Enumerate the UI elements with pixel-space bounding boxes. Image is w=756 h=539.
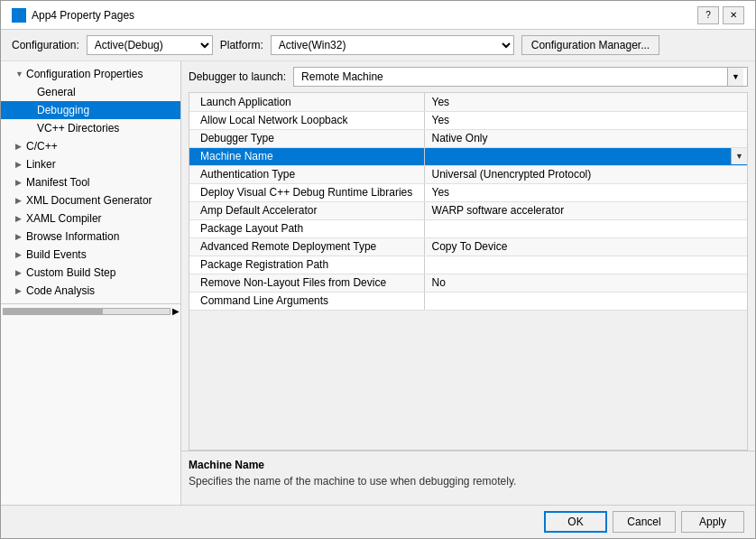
platform-select[interactable]: Active(Win32) xyxy=(271,35,514,55)
sidebar-item-browse-info[interactable]: ▶ Browse Information xyxy=(1,228,180,246)
table-row[interactable]: Remove Non-Layout Files from Device No xyxy=(189,274,747,292)
table-row-selected[interactable]: Machine Name ▼ xyxy=(189,147,747,165)
table-row[interactable]: Debugger Type Native Only xyxy=(189,129,747,147)
sidebar-item-label: Build Events xyxy=(26,248,87,261)
property-name: Amp Default Accelerator xyxy=(189,201,424,219)
sidebar-item-debugging[interactable]: Debugging xyxy=(1,101,180,119)
sidebar-item-cpp[interactable]: ▶ C/C++ xyxy=(1,137,180,155)
sidebar-item-label: General xyxy=(37,86,76,98)
configuration-select[interactable]: Active(Debug) xyxy=(87,35,213,55)
sidebar-item-label: VC++ Directories xyxy=(37,122,119,135)
right-panel: Debugger to launch: Remote Machine ▼ Lau… xyxy=(181,61,755,505)
sidebar-scrollbar[interactable]: ▶ xyxy=(1,303,181,318)
platform-label: Platform: xyxy=(220,39,263,51)
description-title: Machine Name xyxy=(189,459,748,471)
expand-icon: ▶ xyxy=(15,286,24,295)
expand-icon: ▶ xyxy=(15,142,24,151)
scroll-track xyxy=(3,308,171,315)
apply-button[interactable]: Apply xyxy=(681,511,744,533)
sidebar-item-xml-doc[interactable]: ▶ XML Document Generator xyxy=(1,191,180,209)
bottom-bar: OK Cancel Apply xyxy=(1,505,755,538)
expand-spacer xyxy=(26,106,35,115)
title-bar-controls: ? ✕ xyxy=(697,6,744,24)
table-row[interactable]: Deploy Visual C++ Debug Runtime Librarie… xyxy=(189,183,747,201)
sidebar-item-general[interactable]: General xyxy=(1,83,180,101)
cell-dropdown-btn[interactable]: ▼ xyxy=(731,148,747,164)
title-bar-left: App4 Property Pages xyxy=(12,8,134,23)
property-value: No xyxy=(424,274,747,292)
sidebar-item-label: Browse Information xyxy=(26,230,119,243)
expand-spacer xyxy=(26,88,35,97)
table-row[interactable]: Advanced Remote Deployment Type Copy To … xyxy=(189,237,747,256)
description-text: Specifies the name of the machine to use… xyxy=(189,475,748,488)
property-value: Native Only xyxy=(424,129,747,147)
table-row[interactable]: Package Registration Path xyxy=(189,256,747,274)
scroll-thumb xyxy=(4,309,103,314)
sidebar-item-vc-directories[interactable]: VC++ Directories xyxy=(1,119,180,137)
expand-icon: ▶ xyxy=(15,178,24,187)
config-label: Configuration: xyxy=(12,39,79,51)
help-button[interactable]: ? xyxy=(697,6,719,24)
property-name: Command Line Arguments xyxy=(189,292,424,310)
expand-icon: ▶ xyxy=(15,196,24,205)
sidebar-item-label: Configuration Properties xyxy=(26,68,143,80)
table-row[interactable]: Launch Application Yes xyxy=(189,93,747,111)
expand-icon: ▶ xyxy=(15,268,24,277)
property-value[interactable]: ▼ xyxy=(424,147,747,165)
cancel-button[interactable]: Cancel xyxy=(613,511,676,533)
close-button[interactable]: ✕ xyxy=(723,6,744,24)
config-manager-button[interactable]: Configuration Manager... xyxy=(521,35,659,55)
sidebar-item-label: Debugging xyxy=(37,104,89,116)
description-panel: Machine Name Specifies the name of the m… xyxy=(181,451,755,505)
property-value: Yes xyxy=(424,93,747,111)
property-value: WARP software accelerator xyxy=(424,201,747,219)
property-value: Copy To Device xyxy=(424,237,747,256)
property-name: Deploy Visual C++ Debug Runtime Librarie… xyxy=(189,183,424,201)
sidebar-item-config-props[interactable]: ▼ Configuration Properties xyxy=(1,65,180,83)
table-row[interactable]: Allow Local Network Loopback Yes xyxy=(189,111,747,129)
property-name: Package Registration Path xyxy=(189,256,424,274)
title-bar: App4 Property Pages ? ✕ xyxy=(1,1,755,30)
table-row[interactable]: Package Layout Path xyxy=(189,219,747,237)
sidebar-item-linker[interactable]: ▶ Linker xyxy=(1,155,180,173)
expand-icon: ▼ xyxy=(15,70,24,79)
debugger-label: Debugger to launch: xyxy=(189,70,286,83)
table-row[interactable]: Command Line Arguments xyxy=(189,292,747,310)
debugger-dropdown[interactable]: Remote Machine ▼ xyxy=(293,67,748,87)
sidebar-item-label: XAML Compiler xyxy=(26,212,102,225)
property-value: Universal (Unencrypted Protocol) xyxy=(424,165,747,183)
sidebar-item-xaml[interactable]: ▶ XAML Compiler xyxy=(1,209,180,228)
properties-grid: Launch Application Yes Allow Local Netwo… xyxy=(189,93,747,311)
sidebar-item-label: Manifest Tool xyxy=(26,176,89,189)
sidebar-item-code-analysis[interactable]: ▶ Code Analysis xyxy=(1,282,180,300)
property-name: Authentication Type xyxy=(189,165,424,183)
property-name: Allow Local Network Loopback xyxy=(189,111,424,129)
expand-icon: ▶ xyxy=(15,160,24,169)
expand-icon: ▶ xyxy=(15,214,24,223)
sidebar-tree: ▼ Configuration Properties General Debug… xyxy=(1,61,180,303)
property-name: Machine Name xyxy=(189,147,424,165)
toolbar: Configuration: Active(Debug) Platform: A… xyxy=(1,30,755,61)
sidebar-item-label: Linker xyxy=(26,158,56,171)
property-name: Package Layout Path xyxy=(189,219,424,237)
sidebar-item-build-events[interactable]: ▶ Build Events xyxy=(1,246,180,264)
machine-name-cell[interactable]: ▼ xyxy=(425,148,748,164)
property-value: Yes xyxy=(424,183,747,201)
property-value xyxy=(424,292,747,310)
ok-button[interactable]: OK xyxy=(544,511,607,533)
table-row[interactable]: Amp Default Accelerator WARP software ac… xyxy=(189,201,747,219)
debugger-dropdown-arrow[interactable]: ▼ xyxy=(727,68,743,86)
property-name: Remove Non-Layout Files from Device xyxy=(189,274,424,292)
sidebar-item-label: Custom Build Step xyxy=(26,266,115,279)
sidebar-item-manifest-tool[interactable]: ▶ Manifest Tool xyxy=(1,173,180,191)
property-name: Launch Application xyxy=(189,93,424,111)
property-name: Advanced Remote Deployment Type xyxy=(189,237,424,256)
debugger-value: Remote Machine xyxy=(298,70,727,83)
properties-table: Launch Application Yes Allow Local Netwo… xyxy=(189,92,748,451)
table-row[interactable]: Authentication Type Universal (Unencrypt… xyxy=(189,165,747,183)
expand-icon: ▶ xyxy=(15,250,24,259)
main-content: ▼ Configuration Properties General Debug… xyxy=(1,61,755,505)
scroll-right-arrow[interactable]: ▶ xyxy=(172,306,180,316)
sidebar-item-custom-build[interactable]: ▶ Custom Build Step xyxy=(1,264,180,282)
sidebar-item-label: C/C++ xyxy=(26,140,58,153)
